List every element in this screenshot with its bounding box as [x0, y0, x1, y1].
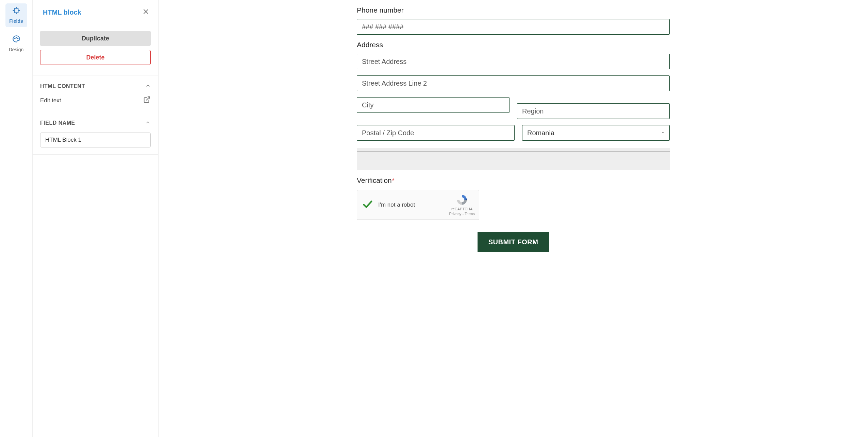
recaptcha-brand: reCAPTCHA Privacy - Terms — [449, 194, 475, 216]
svg-line-4 — [146, 97, 150, 100]
phone-input[interactable] — [357, 19, 670, 35]
rail-item-design[interactable]: Design — [5, 32, 27, 56]
section-html-content: HTML CONTENT Edit text — [33, 75, 158, 112]
svg-point-3 — [17, 38, 18, 39]
address-label: Address — [357, 41, 670, 49]
section-field-name: FIELD NAME — [33, 112, 158, 155]
phone-label: Phone number — [357, 6, 670, 14]
chevron-up-icon — [145, 120, 151, 126]
svg-point-1 — [14, 38, 15, 39]
city-input[interactable] — [357, 97, 510, 113]
left-rail: Fields Design — [0, 0, 33, 437]
rail-item-fields[interactable]: Fields — [5, 3, 27, 27]
verification-label-text: Verification — [357, 176, 392, 184]
verification-label: Verification* — [357, 176, 670, 185]
address-group — [357, 54, 670, 141]
section-field-name-title: FIELD NAME — [40, 120, 75, 126]
country-select[interactable] — [522, 125, 670, 141]
region-input[interactable] — [517, 103, 670, 119]
field-name-input[interactable] — [40, 133, 151, 147]
delete-button[interactable]: Delete — [40, 50, 151, 65]
required-star: * — [392, 176, 395, 184]
edit-text-label: Edit text — [40, 97, 61, 104]
recaptcha-links[interactable]: Privacy - Terms — [449, 212, 475, 216]
html-block-rule — [357, 152, 670, 152]
rail-item-design-label: Design — [9, 47, 24, 52]
open-external-icon — [143, 96, 151, 105]
section-html-content-title: HTML CONTENT — [40, 83, 85, 89]
chevron-up-icon — [145, 83, 151, 90]
panel-header: HTML block — [33, 0, 158, 24]
palette-icon — [12, 35, 21, 45]
recaptcha-box[interactable]: I'm not a robot reCAPTCHA Privacy - Term… — [357, 190, 479, 220]
html-block-selected[interactable] — [357, 148, 670, 170]
recaptcha-brand-text: reCAPTCHA — [451, 207, 472, 211]
svg-rect-0 — [14, 8, 18, 13]
edit-text-link[interactable]: Edit text — [40, 96, 151, 105]
section-field-name-header[interactable]: FIELD NAME — [40, 120, 151, 126]
check-icon — [362, 198, 373, 211]
submit-button[interactable]: SUBMIT FORM — [478, 232, 549, 252]
form-canvas: Phone number Address — [158, 0, 868, 437]
section-html-content-header[interactable]: HTML CONTENT — [40, 83, 151, 90]
street2-input[interactable] — [357, 75, 670, 91]
panel-title: HTML block — [43, 8, 81, 16]
country-select-wrap — [522, 125, 670, 141]
close-icon[interactable] — [141, 7, 151, 18]
recaptcha-icon — [456, 194, 468, 207]
svg-point-2 — [16, 37, 16, 38]
street1-input[interactable] — [357, 54, 670, 69]
recaptcha-text: I'm not a robot — [378, 202, 444, 208]
fields-icon — [12, 6, 21, 16]
duplicate-button[interactable]: Duplicate — [40, 31, 151, 46]
panel-actions: Duplicate Delete — [33, 24, 158, 75]
rail-item-fields-label: Fields — [9, 18, 23, 24]
property-panel: HTML block Duplicate Delete HTML CONTENT… — [33, 0, 158, 437]
postal-input[interactable] — [357, 125, 515, 141]
